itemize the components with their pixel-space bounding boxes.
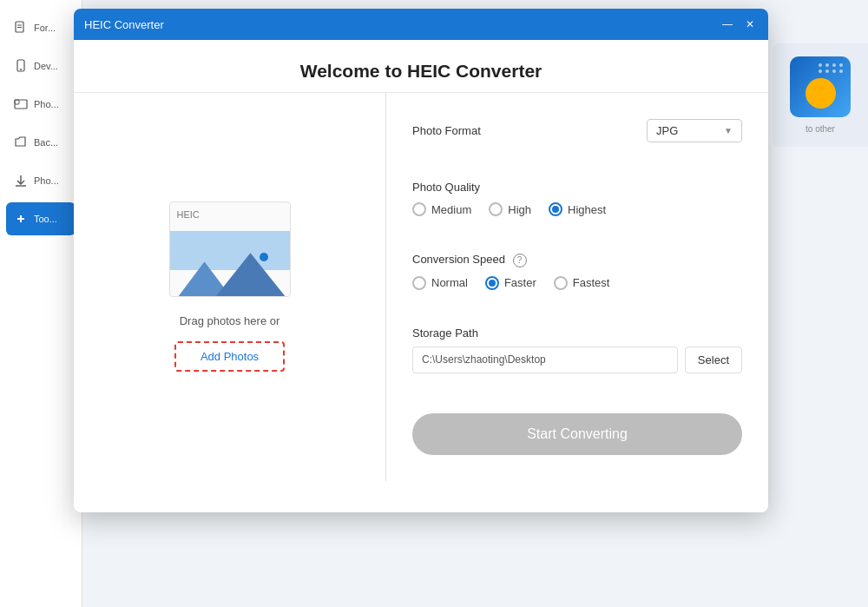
dialog-minimize-btn[interactable]: — [720,16,735,32]
dialog-inner: Welcome to HEIC Converter HEIC Drag phot… [74,40,768,481]
photo-quality-row: Photo Quality Medium High Highest [412,181,742,216]
speed-faster-radio[interactable] [485,276,499,290]
storage-path-label: Storage Path [412,327,742,340]
heic-sky [170,231,290,270]
quality-high-radio[interactable] [489,202,503,216]
right-decoration: to other [773,43,868,147]
conversion-speed-label: Conversion Speed ? [412,253,742,267]
left-panel: HEIC Drag photos here or Add Photos [74,93,386,481]
quality-medium-option[interactable]: Medium [412,202,471,216]
dialog-panels: HEIC Drag photos here or Add Photos Phot… [74,93,768,481]
deco-box [790,56,851,117]
sidebar-label-photo: Pho... [34,99,59,109]
photo-quality-label: Photo Quality [412,181,742,194]
sidebar-item-photo[interactable]: Pho... [6,88,76,121]
speed-faster-label: Faster [504,276,536,289]
sidebar-label-tools: Too... [34,214,57,224]
start-converting-button[interactable]: Start Converting [412,413,742,455]
photo-format-label: Photo Format [412,124,481,137]
speed-fastest-option[interactable]: Fastest [554,276,610,290]
photo-icon [13,96,29,112]
select-path-button[interactable]: Select [685,346,742,373]
heic-file-label: HEIC [177,209,200,220]
speed-faster-option[interactable]: Faster [485,276,536,290]
quality-medium-radio[interactable] [412,202,426,216]
conversion-speed-options: Normal Faster Fastest [412,276,742,290]
quality-highest-option[interactable]: Highest [549,202,606,216]
sidebar-item-photo2[interactable]: Pho... [6,164,76,197]
photo-format-row: Photo Format JPG ▼ [412,119,742,142]
svg-rect-6 [15,100,19,104]
sidebar-label-device: Dev... [34,61,58,71]
storage-path-input[interactable] [412,346,678,373]
speed-fastest-label: Fastest [573,276,610,289]
chevron-down-icon: ▼ [724,126,733,135]
heic-dot [260,253,268,261]
backup-icon [13,135,29,150]
heic-image-area [170,231,290,296]
deco-dots [819,63,844,73]
speed-normal-label: Normal [431,276,468,289]
storage-path-row: Storage Path Select [412,327,742,373]
photo-format-select[interactable]: JPG ▼ [647,119,742,142]
conversion-speed-row: Conversion Speed ? Normal Faster [412,253,742,290]
heic-converter-dialog: HEIC Converter — ✕ Welcome to HEIC Conve… [74,9,768,512]
dialog-controls: — ✕ [720,16,758,32]
photo-format-value: JPG [656,124,678,137]
svg-point-4 [20,69,22,70]
sidebar-item-format[interactable]: For... [6,11,76,44]
quality-highest-label: Highest [568,203,606,216]
speed-normal-radio[interactable] [412,276,426,290]
quality-highest-radio[interactable] [549,202,562,216]
sidebar-label-photo2: Pho... [34,175,59,186]
quality-medium-label: Medium [431,203,471,216]
speed-fastest-radio[interactable] [554,276,568,290]
tools-icon [13,211,29,227]
dialog-titlebar: HEIC Converter — ✕ [74,9,768,40]
format-icon [13,20,29,36]
speed-normal-option[interactable]: Normal [412,276,468,290]
sidebar-label-backup: Bac... [34,137,58,148]
deco-text: to other [806,124,835,134]
deco-circle [806,78,836,109]
device-icon [13,58,29,74]
sidebar-item-backup[interactable]: Bac... [6,126,76,159]
sidebar: For... Dev... Pho... Bac... Pho... [0,0,82,607]
drag-text: Drag photos here or [180,314,280,327]
settings-panel: Photo Format JPG ▼ Photo Quality Medium [386,93,768,481]
sidebar-item-device[interactable]: Dev... [6,49,76,82]
dialog-title: HEIC Converter [84,18,720,31]
welcome-title: Welcome to HEIC Converter [74,40,768,93]
sidebar-item-tools[interactable]: Too... [6,202,76,235]
photo-quality-options: Medium High Highest [412,202,742,216]
dialog-close-btn[interactable]: ✕ [742,16,758,32]
quality-high-label: High [508,203,531,216]
sidebar-label-format: For... [34,23,56,33]
heic-preview: HEIC [169,201,291,297]
download-icon [13,173,29,188]
quality-high-option[interactable]: High [489,202,531,216]
help-icon[interactable]: ? [513,254,527,267]
add-photos-button[interactable]: Add Photos [174,341,285,372]
storage-input-row: Select [412,346,742,373]
